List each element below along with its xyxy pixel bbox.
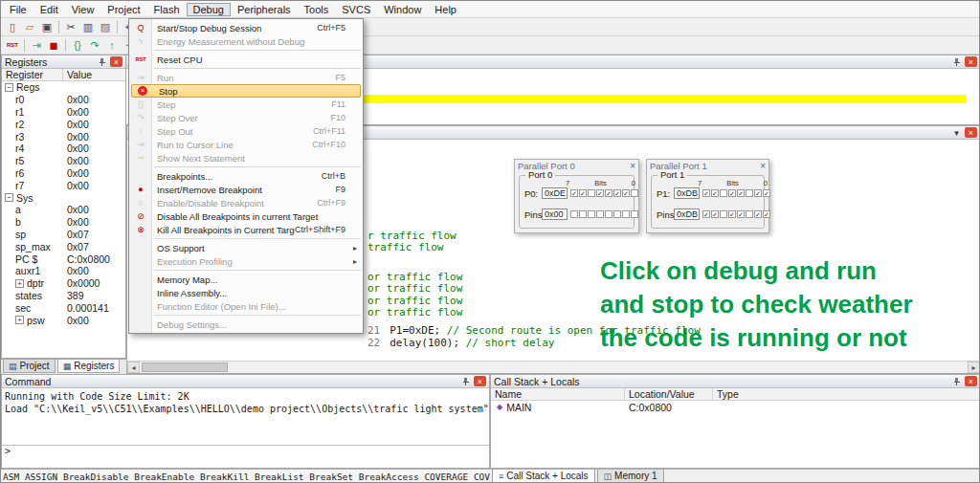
collapse-icon[interactable]: − [5, 83, 13, 92]
pins-value-input[interactable]: 0x00 [542, 209, 568, 220]
expand-icon[interactable]: + [15, 279, 24, 288]
menubar-item-peripherals[interactable]: Peripherals [231, 3, 298, 16]
register-row[interactable]: sec0.000141 [2, 301, 125, 314]
menubar-item-view[interactable]: View [65, 3, 101, 16]
menu-item-stop[interactable]: ×Stop [131, 84, 361, 98]
collapse-icon[interactable]: − [5, 193, 13, 202]
scroll-left-icon[interactable]: ◂ [127, 362, 140, 373]
register-row[interactable]: sp0x07 [2, 229, 125, 241]
bit-6-checkbox[interactable] [579, 210, 587, 218]
pin-icon[interactable] [459, 376, 472, 386]
tab-memory-1[interactable]: ◫Memory 1 [597, 470, 664, 483]
close-icon[interactable]: × [965, 376, 977, 386]
menubar-item-flash[interactable]: Flash [147, 3, 187, 16]
register-row[interactable]: states389 [2, 290, 125, 302]
register-row[interactable]: r00x00 [2, 94, 125, 106]
menu-item-disable-all-breakpoints-in-current-target[interactable]: ⊘Disable All Breakpoints in current Targ… [129, 209, 363, 223]
menu-item-insert-remove-breakpoint[interactable]: ●Insert/Remove BreakpointF9 [129, 183, 363, 196]
value-column-header[interactable]: Value [63, 69, 125, 80]
tab-callstack-locals[interactable]: ≡Call Stack + Locals [492, 470, 595, 483]
bit-0-checkbox[interactable]: ✓ [763, 189, 770, 197]
menu-item-show-next-statement[interactable]: ⇒Show Next Statement [129, 151, 363, 165]
register-row[interactable]: +psw0x00 [2, 314, 125, 326]
bit-6-checkbox[interactable]: ✓ [711, 189, 719, 197]
bit-4-checkbox[interactable]: ✓ [728, 189, 736, 197]
menu-item-kill-all-breakpoints-in-current-target[interactable]: ⊗Kill All Breakpoints in Current TargetC… [129, 223, 363, 236]
callstack-row[interactable]: ◆MAIN C:0x0800 [491, 401, 980, 413]
copy-icon[interactable]: ▥ [79, 19, 97, 34]
menu-item-step-out[interactable]: ↑Step OutCtrl+F11 [129, 124, 363, 138]
save-icon[interactable]: ▣ [38, 19, 56, 34]
register-row[interactable]: r30x00 [2, 130, 125, 143]
new-file-icon[interactable]: ▯ [4, 19, 21, 34]
close-icon[interactable]: × [760, 161, 766, 171]
menu-item-run-to-cursor-line[interactable]: ⇥Run to Cursor LineCtrl+F10 [129, 138, 363, 151]
menubar-item-svcs[interactable]: SVCS [335, 3, 377, 16]
register-row[interactable]: −Sys [2, 191, 125, 204]
register-row[interactable]: r70x00 [2, 179, 125, 191]
bit-7-checkbox[interactable]: ✓ [702, 189, 710, 197]
scrollbar-thumb[interactable] [142, 362, 228, 372]
bit-7-checkbox[interactable] [570, 210, 578, 218]
close-icon[interactable]: × [965, 56, 977, 67]
bit-1-checkbox[interactable]: ✓ [754, 210, 762, 218]
register-row[interactable]: r10x00 [2, 106, 125, 119]
bit-0-checkbox[interactable] [631, 210, 638, 218]
register-row[interactable]: b0x00 [2, 216, 125, 229]
register-row[interactable]: r60x00 [2, 167, 125, 180]
pin-icon[interactable] [950, 376, 963, 386]
menu-item-memory-map[interactable]: Memory Map... [129, 273, 363, 286]
register-row[interactable]: r20x00 [2, 118, 125, 130]
bit-5-checkbox[interactable] [720, 189, 727, 197]
pin-icon[interactable] [950, 56, 963, 67]
bit-4-checkbox[interactable]: ✓ [596, 189, 604, 197]
stop-icon[interactable]: ◼ [45, 37, 62, 53]
cut-icon[interactable]: ✂ [62, 19, 79, 34]
type-column-header[interactable]: Type [713, 388, 980, 400]
tab-project[interactable]: ▤Project [3, 360, 56, 373]
close-icon[interactable]: × [965, 127, 977, 138]
register-row[interactable]: auxr10x00 [2, 265, 125, 277]
close-icon[interactable]: × [110, 56, 122, 67]
menu-item-os-support[interactable]: OS Support▸ [129, 241, 363, 254]
register-column-header[interactable]: Register [2, 69, 63, 80]
menubar-item-help[interactable]: Help [428, 3, 463, 16]
bit-1-checkbox[interactable]: ✓ [622, 189, 630, 197]
register-row[interactable]: +dptr0x0000 [2, 277, 125, 290]
bit-5-checkbox[interactable] [720, 210, 727, 218]
bit-1-checkbox[interactable]: ✓ [754, 189, 762, 197]
menu-item-run[interactable]: ⇥RunF5 [129, 71, 363, 84]
register-row[interactable]: a0x00 [2, 204, 125, 216]
chevron-down-icon[interactable]: ▾ [950, 127, 963, 138]
bit-3-checkbox[interactable]: ✓ [605, 189, 612, 197]
menubar-item-file[interactable]: File [3, 3, 33, 16]
menu-item-reset-cpu[interactable]: RSTReset CPU [129, 53, 363, 66]
bit-1-checkbox[interactable] [622, 210, 630, 218]
bit-5-checkbox[interactable] [588, 189, 595, 197]
register-row[interactable]: −Regs [2, 81, 125, 94]
register-row[interactable]: PC $C:0x0800 [2, 252, 125, 265]
bit-6-checkbox[interactable]: ✓ [579, 189, 587, 197]
menu-item-execution-profiling[interactable]: Execution Profiling▸ [129, 254, 363, 268]
menu-item-function-editor-open-ini-file[interactable]: Function Editor (Open Ini File)... [129, 299, 363, 313]
menu-item-inline-assembly[interactable]: Inline Assembly... [129, 286, 363, 299]
p0-value-input[interactable]: 0xDE [542, 187, 568, 199]
editor-horizontal-scrollbar[interactable]: ◂ ▸ [127, 361, 980, 373]
menu-item-enable-disable-breakpoint[interactable]: ○Enable/Disable BreakpointCtrl+F9 [129, 196, 363, 209]
scroll-right-icon[interactable]: ▸ [968, 362, 980, 373]
bit-0-checkbox[interactable]: ✓ [763, 210, 770, 218]
bit-7-checkbox[interactable]: ✓ [702, 210, 710, 218]
menubar-item-debug[interactable]: Debug [187, 3, 231, 16]
tab-registers[interactable]: ▦Registers [57, 360, 121, 373]
reset-cpu-icon[interactable]: RST [4, 37, 21, 53]
bit-0-checkbox[interactable] [631, 189, 638, 197]
menu-item-breakpoints[interactable]: Breakpoints...Ctrl+B [129, 169, 363, 183]
location-column-header[interactable]: Location/Value [625, 388, 713, 400]
command-output[interactable]: Running with Code Size Limit: 2KLoad "C:… [2, 388, 489, 445]
bit-3-checkbox[interactable]: ✓ [737, 189, 745, 197]
step-over-icon[interactable]: ↷ [86, 37, 103, 53]
menubar-item-tools[interactable]: Tools [298, 3, 336, 16]
bit-2-checkbox[interactable] [746, 210, 753, 218]
p1-value-input[interactable]: 0xDB [674, 187, 700, 199]
step-icon[interactable]: {} [69, 37, 86, 53]
